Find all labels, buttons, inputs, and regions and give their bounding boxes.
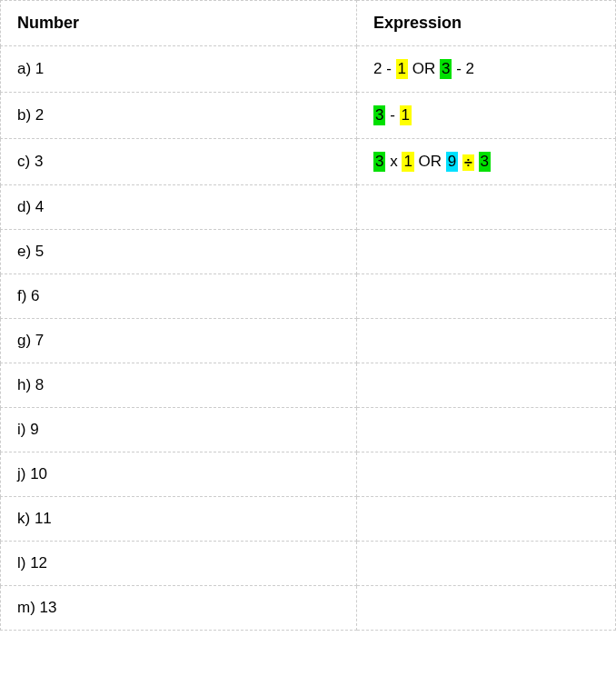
table-row: c) 33 x 1 OR 9 ÷ 3 — [1, 139, 616, 185]
expression-cell — [357, 452, 616, 497]
number-cell: g) 7 — [1, 319, 357, 363]
expression-cell — [357, 408, 616, 452]
table-row: m) 13 — [1, 586, 616, 631]
table-row: j) 10 — [1, 452, 616, 497]
divide-symbol: ÷ — [462, 154, 474, 171]
expression-cell: 2 - 1 OR 3 - 2 — [357, 46, 616, 93]
expression-cell: 3 x 1 OR 9 ÷ 3 — [357, 139, 616, 185]
expression-cell — [357, 230, 616, 274]
number-cell: j) 10 — [1, 452, 357, 497]
expression-cell — [357, 319, 616, 363]
expression-token: 9 — [446, 152, 458, 172]
header-number: Number — [1, 1, 357, 46]
table-row: b) 23 - 1 — [1, 93, 616, 139]
expression-token: 3 — [373, 105, 385, 125]
expression-token: - — [385, 106, 399, 124]
expression-cell — [357, 586, 616, 631]
number-cell: d) 4 — [1, 185, 357, 230]
table-row: i) 9 — [1, 408, 616, 452]
expression-token: 3 — [440, 59, 452, 79]
table-row: h) 8 — [1, 363, 616, 408]
expression-cell: 3 - 1 — [357, 93, 616, 139]
header-row: Number Expression — [1, 1, 616, 46]
expression-cell — [357, 363, 616, 408]
table-row: e) 5 — [1, 230, 616, 274]
expression-token: 2 - — [373, 60, 396, 78]
expression-token: 1 — [400, 105, 412, 125]
expression-token: OR — [408, 60, 440, 78]
number-cell: f) 6 — [1, 274, 357, 319]
expression-token: - 2 — [452, 60, 474, 78]
expression-token: OR — [414, 153, 446, 171]
expression-token: 3 — [479, 152, 491, 172]
table-row: g) 7 — [1, 319, 616, 363]
expression-cell — [357, 274, 616, 319]
expression-cell — [357, 185, 616, 230]
table-row: k) 11 — [1, 497, 616, 542]
worksheet-table: Number Expression a) 12 - 1 OR 3 - 2b) 2… — [0, 0, 616, 631]
number-cell: c) 3 — [1, 139, 357, 185]
number-cell: m) 13 — [1, 586, 357, 631]
table-row: l) 12 — [1, 542, 616, 586]
table-row: a) 12 - 1 OR 3 - 2 — [1, 46, 616, 93]
number-cell: l) 12 — [1, 542, 357, 586]
number-cell: i) 9 — [1, 408, 357, 452]
table-row: f) 6 — [1, 274, 616, 319]
header-expression: Expression — [357, 1, 616, 46]
number-cell: b) 2 — [1, 93, 357, 139]
table-row: d) 4 — [1, 185, 616, 230]
expression-token: 1 — [396, 59, 408, 79]
expression-cell — [357, 497, 616, 542]
number-cell: a) 1 — [1, 46, 357, 93]
expression-cell — [357, 542, 616, 586]
expression-token: x — [385, 153, 402, 171]
expression-token: 3 — [373, 152, 385, 172]
number-cell: k) 11 — [1, 497, 357, 542]
expression-token: 1 — [402, 152, 413, 172]
number-cell: h) 8 — [1, 363, 357, 408]
number-cell: e) 5 — [1, 230, 357, 274]
